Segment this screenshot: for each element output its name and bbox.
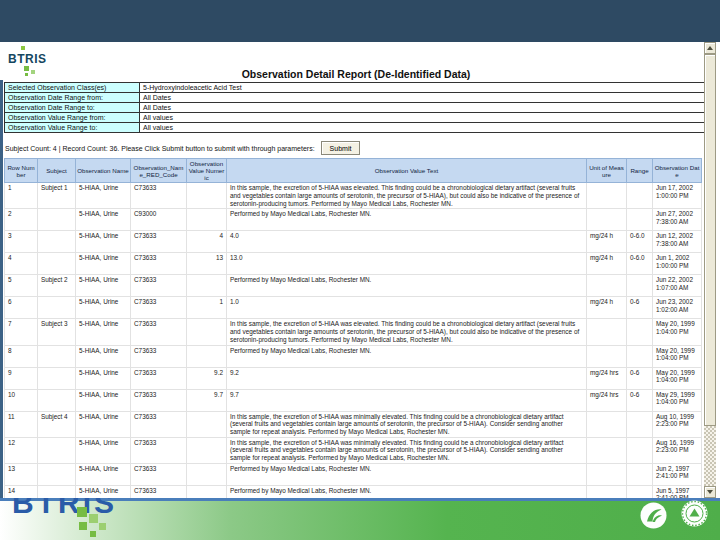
- report-screenshot: BTRIS Observation Detail Report (De-Iden…: [0, 42, 720, 498]
- cell-num: 11: [5, 411, 38, 437]
- cell-subject: [38, 367, 76, 389]
- nih-seal-icon: [681, 500, 708, 527]
- column-header: Observation_Name_RED_Code: [131, 159, 187, 183]
- triangle-up-icon: [707, 46, 713, 50]
- cell-date: May 20, 1999 1:04:00 PM: [653, 319, 702, 345]
- cell-range: 0-6: [627, 297, 653, 319]
- parameter-row: Observation Date Range from:All Dates: [5, 93, 706, 103]
- cell-code: C73633: [131, 463, 187, 485]
- table-row: 11Subject 45-HIAA, UrineC73633In this sa…: [5, 411, 702, 437]
- cell-unit: mg/24 h: [587, 231, 627, 253]
- logo-pixel-icon: [79, 522, 87, 530]
- cell-num: 5: [5, 275, 38, 297]
- cell-unit: mg/24 hrs: [587, 389, 627, 411]
- page-title: Observation Detail Report (De-Identified…: [0, 68, 712, 80]
- cell-value_numeric: [187, 463, 227, 485]
- table-row: 65-HIAA, UrineC7363311.0mg/24 h0-6Jun 23…: [5, 297, 702, 319]
- table-row: 105-HIAA, UrineC736339.79.7mg/24 hrs0-6M…: [5, 389, 702, 411]
- left-border-line: [0, 80, 3, 498]
- parameter-row: Observation Value Range from:All values: [5, 113, 706, 123]
- parameter-label: Selected Observation Class(es): [5, 83, 140, 93]
- cell-date: Jun 17, 2002 1:00:00 PM: [653, 183, 702, 209]
- cell-value_text: Performed by Mayo Medical Labs, Rocheste…: [227, 463, 587, 485]
- table-row: 85-HIAA, UrineC73633Performed by Mayo Me…: [5, 345, 702, 367]
- cell-unit: [587, 209, 627, 231]
- cell-code: C93000: [131, 209, 187, 231]
- cell-value_numeric: [187, 319, 227, 345]
- submit-button[interactable]: Submit: [321, 141, 361, 155]
- cell-subject: Subject 1: [38, 183, 76, 209]
- slide-footer-band: BTRIS: [0, 498, 720, 540]
- cell-name: 5-HIAA, Urine: [76, 389, 131, 411]
- cell-value_numeric: [187, 345, 227, 367]
- parameter-value: All values: [140, 113, 706, 123]
- cell-date: May 20, 1999 1:04:00 PM: [653, 345, 702, 367]
- cell-date: Jun 23, 2002 1:02:00 AM: [653, 297, 702, 319]
- cell-code: C73633: [131, 389, 187, 411]
- cell-value_text: Performed by Mayo Medical Labs, Rocheste…: [227, 209, 587, 231]
- cell-subject: [38, 485, 76, 498]
- cell-value_text: In this sample, the excretion of 5-HIAA …: [227, 183, 587, 209]
- column-header: Unit of Measure: [587, 159, 627, 183]
- cell-name: 5-HIAA, Urine: [76, 437, 131, 463]
- cell-range: [627, 437, 653, 463]
- table-row: 45-HIAA, UrineC736331313.0mg/24 h0-6.0Ju…: [5, 253, 702, 275]
- scroll-down-button[interactable]: [704, 486, 716, 498]
- cell-value_text: Performed by Mayo Medical Labs, Rocheste…: [227, 345, 587, 367]
- cell-value_numeric: [187, 485, 227, 498]
- cell-name: 5-HIAA, Urine: [76, 253, 131, 275]
- cell-num: 3: [5, 231, 38, 253]
- scrollbar-track[interactable]: [704, 54, 716, 486]
- table-row: 145-HIAA, UrineC73633Performed by Mayo M…: [5, 485, 702, 498]
- cell-subject: [38, 463, 76, 485]
- cell-num: 7: [5, 319, 38, 345]
- cell-unit: mg/24 hrs: [587, 367, 627, 389]
- table-header-row: Row NumberSubjectObservation NameObserva…: [5, 159, 702, 183]
- submit-row: Subject Count: 4 | Record Count: 36. Ple…: [5, 141, 707, 155]
- cell-value_numeric: 9.2: [187, 367, 227, 389]
- btris-logo-large: BTRIS: [12, 498, 117, 520]
- cell-value_numeric: 4: [187, 231, 227, 253]
- parameter-label: Observation Date Range from:: [5, 93, 140, 103]
- cell-name: 5-HIAA, Urine: [76, 345, 131, 367]
- cell-date: May 20, 1999 1:04:00 PM: [653, 367, 702, 389]
- cell-subject: Subject 4: [38, 411, 76, 437]
- scroll-up-button[interactable]: [704, 42, 716, 54]
- cell-name: 5-HIAA, Urine: [76, 485, 131, 498]
- cell-subject: [38, 253, 76, 275]
- cell-unit: [587, 411, 627, 437]
- report-parameters-table: Selected Observation Class(es)5-Hydroxyi…: [4, 82, 706, 133]
- cell-code: C73633: [131, 253, 187, 275]
- vertical-scrollbar[interactable]: [704, 42, 716, 498]
- cell-unit: [587, 485, 627, 498]
- parameter-row: Observation Date Range to:All Dates: [5, 103, 706, 113]
- cell-range: 0-6: [627, 389, 653, 411]
- column-header: Observation Value Numeric: [187, 159, 227, 183]
- cell-range: [627, 463, 653, 485]
- table-row: 7Subject 35-HIAA, UrineC73633In this sam…: [5, 319, 702, 345]
- cell-value_numeric: [187, 209, 227, 231]
- column-header: Range: [627, 159, 653, 183]
- cell-unit: mg/24 h: [587, 253, 627, 275]
- cell-value_text: 9.2: [227, 367, 587, 389]
- cell-num: 10: [5, 389, 38, 411]
- column-header: Observation Value Text: [227, 159, 587, 183]
- cell-code: C73633: [131, 275, 187, 297]
- cell-code: C73633: [131, 319, 187, 345]
- cell-date: May 29, 1999 1:04:00 PM: [653, 389, 702, 411]
- cell-unit: [587, 319, 627, 345]
- cell-value_text: 1.0: [227, 297, 587, 319]
- cell-num: 1: [5, 183, 38, 209]
- cell-value_text: In this sample, the excretion of 5-HIAA …: [227, 319, 587, 345]
- scrollbar-thumb[interactable]: [704, 54, 716, 426]
- cell-name: 5-HIAA, Urine: [76, 463, 131, 485]
- cell-date: Jun 22, 2002 1:07:00 AM: [653, 275, 702, 297]
- cell-num: 12: [5, 437, 38, 463]
- cell-name: 5-HIAA, Urine: [76, 275, 131, 297]
- triangle-down-icon: [707, 490, 713, 494]
- hhs-seal-icon: [640, 502, 667, 529]
- cell-code: C73633: [131, 231, 187, 253]
- table-row: 1Subject 15-HIAA, UrineC73633In this sam…: [5, 183, 702, 209]
- cell-subject: [38, 345, 76, 367]
- logo-pixel-icon: [99, 523, 106, 530]
